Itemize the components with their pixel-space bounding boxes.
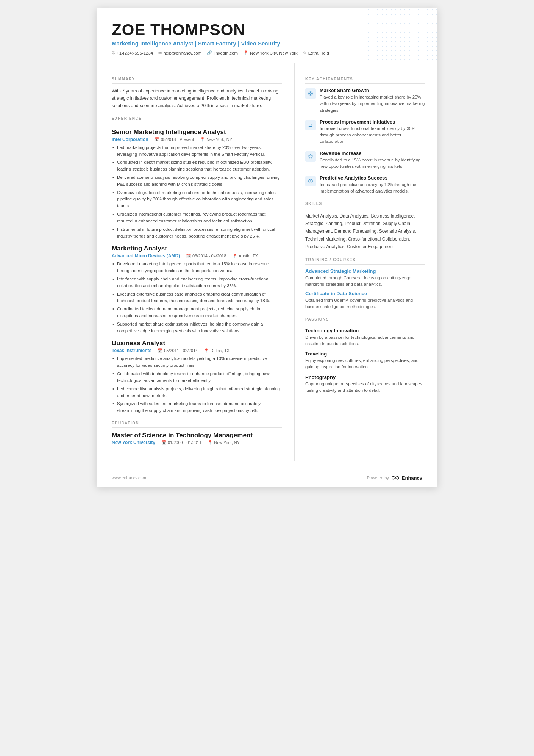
email-text: help@enhancv.com bbox=[163, 51, 201, 55]
powered-by-text: Powered by bbox=[367, 476, 389, 480]
extra-text: Extra Field bbox=[308, 51, 329, 55]
achievement-content-4: Predictive Analytics Success Increased p… bbox=[320, 175, 425, 195]
bullet-2-5: Supported market share optimization init… bbox=[112, 321, 282, 335]
email-icon: ✉ bbox=[158, 50, 162, 55]
summary-label: SUMMARY bbox=[112, 77, 282, 84]
job-title-3: Business Analyst bbox=[112, 340, 282, 347]
skills-text: Market Analysis, Data Analytics, Busines… bbox=[305, 212, 425, 251]
training-title-2: Certificate in Data Science bbox=[305, 291, 425, 296]
passion-title-2: Traveling bbox=[305, 351, 425, 357]
edu-location-1: 📍 New York, NY bbox=[208, 440, 240, 445]
achievement-title-4: Predictive Analytics Success bbox=[320, 175, 425, 181]
job-dates-1: 📅 05/2018 - Present bbox=[155, 137, 194, 142]
pin-icon-edu: 📍 bbox=[208, 440, 213, 445]
calendar-icon-edu: 📅 bbox=[161, 440, 167, 445]
extra-field-contact: ☆ Extra Field bbox=[303, 50, 329, 55]
job-location-1: 📍 New York, NY bbox=[200, 137, 232, 142]
job-meta-1: Intel Corporation 📅 05/2018 - Present 📍 … bbox=[112, 137, 282, 142]
bullet-2-2: Interfaced with supply chain and enginee… bbox=[112, 276, 282, 290]
bullet-3-4: Synergized with sales and marketing team… bbox=[112, 401, 282, 414]
passion-title-1: Technology Innovation bbox=[305, 328, 425, 333]
bullet-3-3: Led competitive analysis projects, deliv… bbox=[112, 386, 282, 399]
location-icon: 📍 bbox=[243, 50, 248, 55]
footer-powered-by: Powered by Enhancv bbox=[367, 475, 422, 481]
bullet-1-2: Conducted in-depth market sizing studies… bbox=[112, 159, 282, 173]
achievement-content-3: Revenue Increase Contributed to a 15% bo… bbox=[320, 150, 425, 170]
job-company-1: Intel Corporation bbox=[112, 137, 148, 142]
analytics-icon bbox=[308, 178, 313, 184]
job-dates-2: 📅 03/2014 - 04/2018 bbox=[186, 254, 226, 258]
phone-contact: ✆ +1-(234)-555-1234 bbox=[112, 50, 153, 55]
calendar-icon-1: 📅 bbox=[155, 137, 160, 142]
pin-icon-2: 📍 bbox=[232, 254, 237, 258]
achievement-desc-2: Improved cross-functional team efficienc… bbox=[320, 125, 425, 145]
left-column: SUMMARY With 7 years of experience in ma… bbox=[97, 63, 294, 461]
education-label: EDUCATION bbox=[112, 421, 282, 428]
location-contact: 📍 New York City, New York bbox=[243, 50, 298, 55]
job-title-2: Marketing Analyst bbox=[112, 245, 282, 252]
bullet-2-3: Executed extensive business case analyse… bbox=[112, 291, 282, 305]
job-bullets-2: Developed marketing intelligence reports… bbox=[112, 261, 282, 334]
passion-desc-2: Enjoy exploring new cultures, enhancing … bbox=[305, 357, 425, 371]
edu-dates-1: 📅 01/2009 - 01/2011 bbox=[161, 440, 201, 445]
job-bullets-3: Implemented predictive analytics models … bbox=[112, 355, 282, 414]
bullet-1-3: Delivered scenario analysis resolving co… bbox=[112, 174, 282, 188]
bullet-2-1: Developed marketing intelligence reports… bbox=[112, 261, 282, 274]
achievement-2: Process Improvement Initiatives Improved… bbox=[305, 119, 425, 145]
calendar-icon-3: 📅 bbox=[158, 348, 163, 353]
job-location-3: 📍 Dallas, TX bbox=[204, 348, 230, 353]
passions-label: PASSIONS bbox=[305, 317, 425, 324]
job-bullets-1: Led marketing projects that improved mar… bbox=[112, 144, 282, 240]
bullet-1-6: Instrumental in future product definitio… bbox=[112, 226, 282, 240]
achievement-desc-4: Increased predictive accuracy by 10% thr… bbox=[320, 182, 425, 195]
pin-icon-1: 📍 bbox=[200, 137, 205, 142]
edu-meta-1: New York University 📅 01/2009 - 01/2011 … bbox=[112, 440, 282, 445]
achievement-3: Revenue Increase Contributed to a 15% bo… bbox=[305, 150, 425, 170]
passion-desc-1: Driven by a passion for technological ad… bbox=[305, 334, 425, 347]
link-icon: 🔗 bbox=[207, 50, 212, 55]
training-title-1: Advanced Strategic Marketing bbox=[305, 268, 425, 274]
achievement-1: Market Share Growth Played a key role in… bbox=[305, 88, 425, 114]
achievements-label: KEY ACHIEVEMENTS bbox=[305, 77, 425, 84]
achievement-icon-wrap-1 bbox=[305, 88, 316, 99]
pin-icon-3: 📍 bbox=[204, 348, 209, 353]
achievement-title-1: Market Share Growth bbox=[320, 88, 425, 93]
job-meta-2: Advanced Micro Devices (AMD) 📅 03/2014 -… bbox=[112, 253, 282, 258]
header-section: ZOE THOMPSON Marketing Intelligence Anal… bbox=[97, 8, 437, 63]
achievement-icon-wrap-2 bbox=[305, 120, 316, 130]
enhancv-symbol-icon bbox=[391, 475, 400, 481]
calendar-icon-2: 📅 bbox=[186, 254, 191, 258]
bullet-1-4: Oversaw integration of marketing solutio… bbox=[112, 189, 282, 210]
job-meta-3: Texas Instruments 📅 05/2011 - 02/2014 📍 … bbox=[112, 348, 282, 353]
training-desc-2: Obtained from Udemy, covering predictive… bbox=[305, 297, 425, 310]
linkedin-text: linkedin.com bbox=[214, 51, 238, 55]
linkedin-contact: 🔗 linkedin.com bbox=[207, 50, 238, 55]
bullet-1-1: Led marketing projects that improved mar… bbox=[112, 144, 282, 158]
edu-school-1: New York University bbox=[112, 440, 155, 445]
svg-point-2 bbox=[310, 94, 311, 94]
main-content: SUMMARY With 7 years of experience in ma… bbox=[97, 63, 437, 461]
process-icon bbox=[308, 122, 313, 128]
achievement-title-3: Revenue Increase bbox=[320, 150, 425, 156]
summary-text: With 7 years of experience in marketing … bbox=[112, 88, 282, 110]
job-company-2: Advanced Micro Devices (AMD) bbox=[112, 253, 180, 258]
skills-label: SKILLS bbox=[305, 202, 425, 208]
bullet-3-2: Collaborated with technology teams to en… bbox=[112, 371, 282, 384]
training-label: TRAINING / COURSES bbox=[305, 258, 425, 265]
revenue-star-icon bbox=[308, 154, 313, 159]
footer-url: www.enhancv.com bbox=[112, 476, 146, 480]
edu-degree-1: Master of Science in Technology Manageme… bbox=[112, 432, 282, 439]
experience-label: EXPERIENCE bbox=[112, 116, 282, 123]
star-icon: ☆ bbox=[303, 50, 307, 55]
achievement-icon-wrap-3 bbox=[305, 151, 316, 162]
bullet-2-4: Coordinated tactical demand management p… bbox=[112, 306, 282, 319]
job-location-2: 📍 Austin, TX bbox=[232, 254, 258, 258]
achievement-4: Predictive Analytics Success Increased p… bbox=[305, 175, 425, 195]
job-dates-3: 📅 05/2011 - 02/2014 bbox=[158, 348, 198, 353]
footer: www.enhancv.com Powered by Enhancv bbox=[97, 469, 437, 487]
passion-desc-3: Capturing unique perspectives of citysca… bbox=[305, 381, 425, 394]
training-desc-1: Completed through Coursera, focusing on … bbox=[305, 275, 425, 288]
target-icon bbox=[308, 91, 313, 96]
phone-text: +1-(234)-555-1234 bbox=[117, 51, 153, 55]
email-contact: ✉ help@enhancv.com bbox=[158, 50, 201, 55]
